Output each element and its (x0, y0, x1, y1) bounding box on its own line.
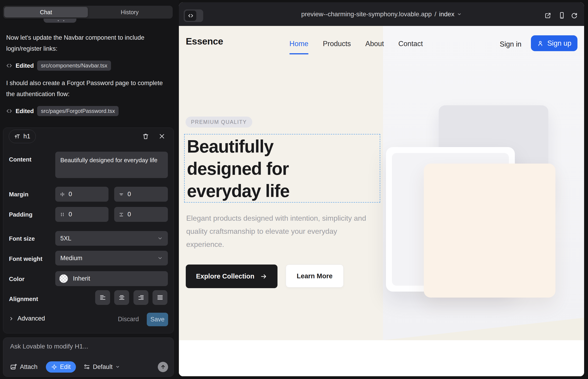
refresh-icon[interactable] (571, 12, 578, 19)
smartphone-icon[interactable] (558, 12, 566, 19)
nav-link-about[interactable]: About (365, 40, 384, 48)
learn-more-button[interactable]: Learn More (286, 265, 343, 287)
padding-vertical-icon (119, 212, 124, 217)
send-button[interactable] (158, 362, 168, 372)
color-swatch (59, 274, 68, 283)
font-weight-label: Font weight (9, 255, 42, 262)
align-left-icon (99, 294, 106, 301)
chevron-down-icon (157, 255, 163, 261)
selected-element-outline[interactable]: Beautifully designed for everyday life (184, 134, 380, 203)
hero-badge: PREMIUM QUALITY (186, 117, 252, 127)
hero-paragraph: Elegant products designed with intention… (186, 212, 370, 251)
nav-link-home[interactable]: Home (289, 40, 309, 48)
padding-vertical-value: 0 (127, 211, 131, 218)
element-tag-pill[interactable]: h1 (9, 130, 36, 143)
margin-vertical-value: 0 (127, 191, 131, 198)
code-icon (6, 108, 12, 114)
user-icon (537, 40, 544, 47)
composer-toolbar: Attach Edit Default (10, 361, 168, 373)
hero-placeholder-card-cream (424, 164, 556, 298)
margin-horizontal-input[interactable]: 0 (55, 187, 108, 202)
font-size-select[interactable]: 5XL (55, 231, 168, 246)
lovable-app: Chat History Now let's update the Navbar… (0, 0, 588, 379)
composer-input[interactable] (10, 343, 166, 358)
margin-vertical-icon (119, 192, 124, 197)
padding-horizontal-icon (60, 212, 65, 217)
code-preview-toggle[interactable] (184, 9, 203, 22)
align-right-icon (138, 294, 144, 301)
alignment-label: Alignment (9, 296, 38, 303)
align-left-button[interactable] (95, 290, 110, 305)
sign-up-button[interactable]: Sign up (531, 35, 577, 51)
text-type-icon (14, 133, 20, 140)
edit-mode-button[interactable]: Edit (46, 361, 76, 373)
edited-file-chip[interactable]: src/components/Navbar.tsx (37, 61, 111, 71)
chat-history-tabs: Chat History (3, 6, 173, 19)
file-edit-row: Edited src/pages/ForgotPassword.tsx (6, 106, 119, 117)
sliders-icon (84, 364, 90, 370)
file-edit-row: Edited src/components/Navbar.tsx (6, 60, 111, 71)
nav-links: Home Products About Contact (289, 40, 423, 48)
font-size-value: 5XL (60, 235, 71, 242)
attach-image-icon (10, 363, 17, 370)
tab-chat[interactable]: Chat (4, 7, 88, 17)
close-icon[interactable] (159, 133, 166, 141)
content-input[interactable]: Beautifully designed for everyday life (55, 152, 168, 178)
advanced-toggle[interactable]: Advanced (9, 315, 45, 322)
content-label: Content (9, 156, 31, 163)
explore-collection-button[interactable]: Explore Collection (186, 265, 278, 288)
code-icon (6, 63, 12, 69)
align-right-button[interactable] (134, 290, 148, 305)
assistant-message: I should also create a Forgot Password p… (6, 78, 168, 100)
nav-link-products[interactable]: Products (323, 40, 351, 48)
font-weight-value: Medium (60, 255, 82, 262)
chat-composer: Attach Edit Default (3, 337, 174, 377)
site-navbar: Essence Home Products About Contact Sign… (179, 26, 584, 60)
sign-up-label: Sign up (547, 39, 571, 47)
save-button[interactable]: Save (147, 313, 168, 326)
color-select[interactable]: Inherit (55, 271, 168, 286)
margin-horizontal-value: 0 (69, 191, 72, 198)
color-label: Color (9, 276, 25, 283)
scrolled-message-pill (44, 19, 76, 23)
model-mode-button[interactable]: Default (84, 363, 120, 371)
open-in-new-icon[interactable] (544, 12, 552, 19)
edited-file-chip[interactable]: src/pages/ForgotPassword.tsx (37, 106, 119, 116)
chevron-right-icon (9, 316, 14, 321)
edit-label: Edit (60, 363, 71, 371)
assistant-message: Now let's update the Navbar component to… (6, 32, 168, 54)
padding-horizontal-input[interactable]: 0 (55, 207, 108, 222)
preview-topbar: preview--charming-site-symphony.lovable.… (179, 2, 584, 26)
discard-button[interactable]: Discard (118, 316, 139, 323)
chevron-down-icon (457, 12, 462, 16)
url-bar[interactable]: preview--charming-site-symphony.lovable.… (179, 2, 584, 26)
margin-vertical-input[interactable]: 0 (114, 187, 168, 202)
hero-cta-row: Explore Collection Learn More (186, 265, 343, 288)
font-weight-select[interactable]: Medium (55, 251, 168, 266)
align-justify-button[interactable] (153, 290, 167, 305)
edited-label: Edited (15, 108, 34, 115)
tab-history[interactable]: History (88, 7, 171, 17)
send-arrow-icon (160, 364, 166, 370)
code-icon (185, 11, 196, 21)
attach-label: Attach (20, 363, 38, 371)
section-below-hero (179, 340, 584, 376)
delete-element-button[interactable] (142, 133, 150, 140)
hero-heading: Beautifully designed for everyday life (187, 135, 289, 202)
path-separator: / (434, 11, 436, 18)
chevron-down-icon (157, 236, 163, 241)
margin-label: Margin (9, 191, 29, 198)
align-center-button[interactable] (114, 290, 129, 305)
padding-horizontal-value: 0 (69, 211, 72, 218)
nav-link-contact[interactable]: Contact (398, 40, 423, 48)
attach-button[interactable]: Attach (10, 363, 38, 371)
sign-in-link[interactable]: Sign in (500, 40, 522, 48)
hero-heading-line: everyday life (187, 180, 289, 202)
site-logo[interactable]: Essence (186, 36, 223, 47)
element-editor-panel: h1 Content Beautifully designed for ever… (3, 127, 174, 333)
align-center-icon (118, 294, 125, 301)
preview-url: preview--charming-site-symphony.lovable.… (301, 11, 432, 18)
arrow-right-icon (260, 273, 267, 280)
padding-vertical-input[interactable]: 0 (114, 207, 168, 222)
align-justify-icon (157, 294, 164, 301)
